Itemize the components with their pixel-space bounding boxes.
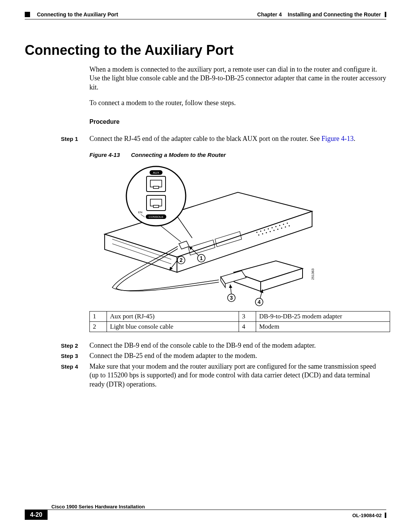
svg-point-13 (287, 222, 288, 224)
header-rule (25, 19, 386, 19)
figure-diagram: AUX EN CONSOLE (89, 162, 325, 307)
callout-3: 3 (228, 284, 235, 302)
step-label: Step 3 (61, 351, 89, 360)
running-head-chapter-title: Installing and Connecting the Router (288, 11, 381, 18)
svg-point-6 (260, 230, 261, 232)
modem-icon (221, 261, 303, 291)
procedure-heading: Procedure (89, 118, 386, 125)
svg-point-5 (256, 232, 258, 233)
svg-rect-34 (153, 205, 159, 208)
page-header: Connecting to the Auxiliary Port Chapter… (25, 11, 386, 18)
svg-point-11 (279, 225, 280, 226)
svg-point-20 (281, 227, 282, 228)
svg-point-21 (285, 226, 286, 227)
page-number: 4-20 (25, 510, 48, 520)
step-label: Step 2 (61, 341, 89, 350)
footer-end-bar (385, 513, 386, 518)
header-marker (25, 12, 30, 17)
header-end-bar (385, 12, 386, 17)
svg-point-15 (262, 233, 263, 234)
svg-text:3: 3 (230, 295, 233, 301)
figure-caption: Figure 4-13 Connecting a Modem to the Ro… (89, 152, 386, 158)
step-text: Connect the DB-25 end of the modem adapt… (89, 351, 386, 360)
svg-point-16 (266, 232, 267, 233)
step-text: Make sure that your modem and the router… (89, 362, 386, 389)
step-text: Connect the DB-9 end of the console cabl… (89, 341, 386, 350)
footer-rule (25, 510, 386, 510)
figure-legend-table: 1 Aux port (RJ-45) 3 DB-9-to-DB-25 modem… (89, 311, 390, 332)
running-head-section: Connecting to the Auxiliary Port (37, 11, 118, 18)
running-head-chapter-label: Chapter 4 (257, 11, 282, 18)
step-label: Step 1 (61, 134, 89, 143)
intro-paragraph-2: To connect a modem to the router, follow… (89, 99, 386, 107)
table-row: 2 Light blue console cable 4 Modem (90, 321, 390, 332)
svg-point-10 (276, 226, 277, 227)
svg-point-8 (268, 228, 269, 229)
intro-paragraph-1: When a modem is connected to the auxilia… (89, 65, 386, 92)
svg-text:1: 1 (200, 255, 203, 261)
page-footer: Cisco 1900 Series Hardware Installation … (25, 504, 386, 520)
en-label: EN (138, 211, 142, 214)
section-title: Connecting to the Auxiliary Port (25, 42, 386, 58)
svg-point-19 (277, 228, 279, 230)
svg-rect-31 (153, 186, 159, 189)
svg-text:2: 2 (180, 257, 183, 263)
step-label: Step 4 (61, 362, 89, 389)
svg-point-7 (264, 229, 265, 230)
table-row: 1 Aux port (RJ-45) 3 DB-9-to-DB-25 modem… (90, 311, 390, 321)
footer-book-title: Cisco 1900 Series Hardware Installation (51, 504, 145, 510)
callout-4: 4 (255, 289, 263, 306)
doc-id: OL-19084-02 (352, 513, 382, 518)
figure-reference-link[interactable]: Figure 4-13 (322, 135, 354, 142)
svg-point-14 (258, 234, 260, 235)
svg-point-17 (270, 231, 271, 232)
console-label: CONSOLE (148, 215, 163, 219)
svg-point-18 (274, 230, 275, 231)
figure-id: 251363 (311, 268, 315, 280)
svg-point-12 (283, 224, 284, 225)
svg-point-22 (289, 225, 290, 226)
svg-text:4: 4 (258, 299, 261, 305)
svg-point-9 (272, 227, 273, 228)
aux-label: AUX (153, 171, 159, 174)
step-text: Connect the RJ-45 end of the adapter cab… (89, 134, 386, 143)
